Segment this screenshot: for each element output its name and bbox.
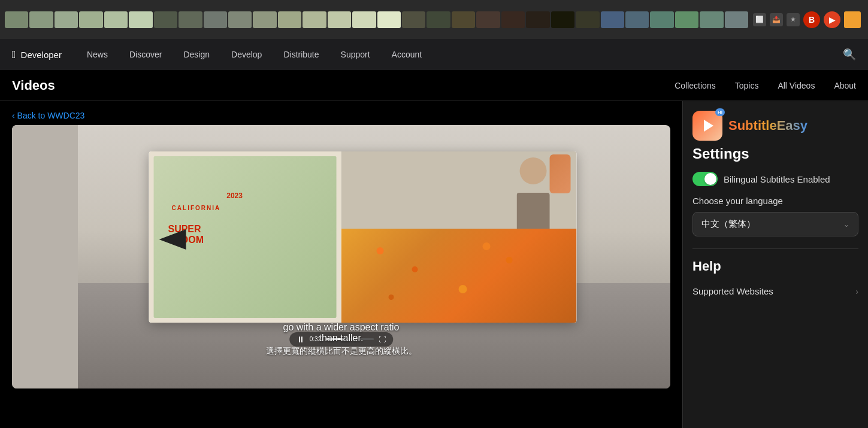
supported-websites-row[interactable]: Supported Websites › <box>692 281 858 301</box>
bilingual-toggle[interactable] <box>692 172 718 186</box>
color-swatch <box>675 11 698 28</box>
bullhorn-icon <box>159 229 192 250</box>
subnav-item-about[interactable]: About <box>834 81 856 90</box>
subtitle-english: go with a wider aspect ratio than taller… <box>78 322 604 344</box>
subnav-item-topics[interactable]: Topics <box>735 81 759 90</box>
settings-section: Settings Bilingual Subtitles Enabled Cho… <box>683 145 868 311</box>
flower-dot <box>376 247 383 254</box>
section-divider <box>692 248 858 249</box>
toggle-knob <box>704 173 716 185</box>
chevron-right-icon: › <box>855 287 858 296</box>
flower-dot <box>388 295 394 300</box>
color-swatch <box>228 11 252 28</box>
color-swatch <box>501 11 525 28</box>
nav-item-news[interactable]: News <box>76 39 119 70</box>
color-swatch <box>377 11 401 28</box>
color-swatch <box>427 11 450 28</box>
color-swatch <box>253 11 276 28</box>
flower-dot <box>459 285 467 293</box>
california-label: California <box>172 205 221 211</box>
videos-sub-items: Collections Topics All Videos About <box>675 81 856 90</box>
color-swatch <box>129 11 152 28</box>
subtitle-easy-popup: Hi SubtitleEasy Settings Bilingual Subti… <box>682 101 868 428</box>
map-visual: 2023 California SuperBloom <box>153 156 336 318</box>
browser-toolbar-icons: ⬜ 📤 ★ B ▶ <box>753 11 868 28</box>
room-left-wall <box>12 125 78 388</box>
bilingual-toggle-label: Bilingual Subtitles Enabled <box>724 174 830 184</box>
color-swatch <box>625 11 649 28</box>
color-swatch <box>154 11 177 28</box>
room-screen: 2023 California SuperBloom <box>149 151 576 323</box>
color-swatch <box>79 11 102 28</box>
color-swatch <box>452 11 475 28</box>
nav-item-account[interactable]: Account <box>381 39 433 70</box>
bilingual-toggle-row: Bilingual Subtitles Enabled <box>692 172 858 186</box>
color-swatch <box>725 11 748 28</box>
screen-left-panel: 2023 California SuperBloom <box>149 151 341 323</box>
supported-websites-label: Supported Websites <box>692 286 773 296</box>
year-label: 2023 <box>226 192 243 200</box>
color-swatch <box>328 11 351 28</box>
color-swatch <box>551 11 574 28</box>
color-swatch <box>55 11 78 28</box>
main-content: ‹ Back to WWDC23 2023 California SuperBl… <box>0 101 868 428</box>
nav-item-design[interactable]: Design <box>173 39 220 70</box>
apple-developer-nav:  Developer News Discover Design Develop… <box>0 39 868 70</box>
settings-title: Settings <box>692 145 858 162</box>
page-title: Videos <box>12 78 675 93</box>
help-title: Help <box>692 259 858 274</box>
popup-header: Hi SubtitleEasy <box>683 101 868 145</box>
nav-item-distribute[interactable]: Distribute <box>273 39 329 70</box>
flower-scene <box>341 229 576 323</box>
color-swatch <box>476 11 500 28</box>
color-swatch <box>104 11 128 28</box>
color-swatch <box>179 11 202 28</box>
language-dropdown[interactable]: 中文（繁体） ⌄ <box>692 212 858 236</box>
phone-device-icon <box>549 154 570 193</box>
color-swatch <box>29 11 53 28</box>
nav-item-support[interactable]: Support <box>330 39 381 70</box>
video-player[interactable]: 2023 California SuperBloom <box>12 125 670 388</box>
app-icon: Hi <box>692 111 722 141</box>
selected-language: 中文（繁体） <box>701 218 755 230</box>
nav-item-develop[interactable]: Develop <box>220 39 273 70</box>
back-link[interactable]: ‹ Back to WWDC23 <box>0 101 682 125</box>
color-swatch <box>303 11 326 28</box>
color-swatch <box>204 11 227 28</box>
browser-extension-icon[interactable]: B <box>803 11 820 28</box>
color-swatch <box>278 11 301 28</box>
subnav-item-all-videos[interactable]: All Videos <box>778 81 815 90</box>
language-section: Choose your language 中文（繁体） ⌄ <box>692 196 858 236</box>
subnav-item-collections[interactable]: Collections <box>675 81 715 90</box>
browser-icon[interactable]: ★ <box>787 13 800 26</box>
chevron-down-icon: ⌄ <box>843 220 849 229</box>
color-swatch <box>526 11 549 28</box>
color-swatch <box>5 11 28 28</box>
screen-right-panel <box>341 151 576 323</box>
color-swatch <box>352 11 376 28</box>
color-swatch <box>601 11 624 28</box>
color-swatch <box>402 11 425 28</box>
browser-icon[interactable]: 📤 <box>770 13 783 26</box>
screen-top-right <box>341 151 576 229</box>
flower-background <box>341 229 576 323</box>
screen-content: 2023 California SuperBloom <box>149 151 576 323</box>
app-title: SubtitleEasy <box>728 118 807 133</box>
color-swatch <box>576 11 599 28</box>
videos-subnav: Videos Collections Topics All Videos Abo… <box>0 70 868 101</box>
page-content: ‹ Back to WWDC23 2023 California SuperBl… <box>0 101 682 428</box>
language-section-label: Choose your language <box>692 196 858 206</box>
video-scene: 2023 California SuperBloom <box>12 125 670 388</box>
browser-extension-icon[interactable]: ▶ <box>824 11 840 28</box>
apple-logo-icon:  <box>12 49 16 60</box>
browser-extension-icon[interactable] <box>844 11 861 28</box>
nav-item-discover[interactable]: Discover <box>119 39 173 70</box>
flower-dot <box>482 242 490 250</box>
nav-items: News Discover Design Develop Distribute … <box>76 39 843 70</box>
flower-dot <box>506 257 512 263</box>
browser-icon[interactable]: ⬜ <box>753 13 766 26</box>
person-silhouette <box>516 151 552 229</box>
color-swatches-left <box>0 7 753 33</box>
search-icon[interactable]: 🔍 <box>843 48 856 61</box>
play-icon <box>704 120 713 132</box>
